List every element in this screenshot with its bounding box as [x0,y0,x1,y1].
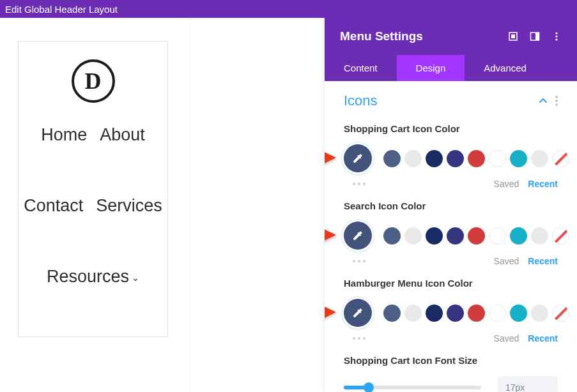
settings-panel: Menu Settings Content Design Advanced Ic… [325,18,577,392]
tab-advanced[interactable]: Advanced [465,55,546,81]
nav-item-resources-label: Resources [47,267,129,286]
expand-icon[interactable] [508,31,518,41]
color-swatch[interactable] [510,227,527,245]
color-swatch[interactable] [383,305,401,322]
saved-colors-link[interactable]: Saved [494,256,519,266]
label-cart-icon-font-size: Shopping Cart Icon Font Size [344,355,558,366]
panel-title: Menu Settings [340,29,423,43]
label-search-icon-color: Search Icon Color [344,200,558,211]
recent-colors-link[interactable]: Recent [528,179,558,189]
section-title-icons[interactable]: Icons [344,93,378,109]
color-swatch[interactable] [383,227,401,245]
color-swatch[interactable] [531,305,548,322]
svg-rect-1 [511,34,515,38]
color-swatch[interactable] [468,305,485,322]
color-swatch[interactable] [383,150,401,167]
color-swatch[interactable] [447,305,464,322]
recent-colors-link[interactable]: Recent [528,256,558,266]
label-hamburger-icon-color: Hamburger Menu Icon Color [344,278,558,289]
font-size-input[interactable]: 17px [498,376,558,392]
tabs: Content Design Advanced [325,55,577,81]
recent-colors-link[interactable]: Recent [528,333,558,343]
section-more-icon[interactable] [555,96,558,106]
callout-1: 1 [325,144,336,171]
more-vertical-icon[interactable] [551,31,562,41]
color-swatch[interactable] [510,150,527,167]
preview-pane: D Home About Contact Services Resources⌄ [0,18,325,392]
saved-colors-link[interactable]: Saved [494,179,519,189]
color-swatch-none[interactable] [552,150,569,167]
more-colors-icon[interactable] [344,183,365,185]
color-swatch[interactable] [404,227,422,245]
svg-point-4 [555,32,557,34]
color-swatch[interactable] [489,305,506,322]
nav-item-services[interactable]: Services [96,196,162,216]
chevron-up-icon[interactable] [539,96,548,105]
color-swatch[interactable] [447,227,464,245]
svg-point-6 [555,38,557,40]
saved-colors-link[interactable]: Saved [494,333,519,343]
tab-design[interactable]: Design [397,55,465,81]
more-colors-icon[interactable] [344,337,365,340]
nav-item-contact[interactable]: Contact [24,196,83,216]
swatch-row-cart: 1 [344,144,558,172]
page-title: Edit Global Header Layout [5,4,118,15]
swatch-row-search: 2 [344,222,558,250]
svg-rect-3 [535,33,539,40]
slider-thumb[interactable] [364,382,374,392]
color-swatch[interactable] [489,227,506,245]
color-swatch[interactable] [447,150,464,167]
color-swatch[interactable] [426,150,443,167]
color-swatch[interactable] [531,150,548,167]
color-swatch[interactable] [426,305,443,322]
callout-2: 2 [325,222,336,248]
color-swatch[interactable] [468,227,485,245]
font-size-slider[interactable] [344,386,481,389]
dock-right-icon[interactable] [530,31,540,41]
eyedropper-button[interactable] [344,222,372,250]
color-swatch[interactable] [404,305,422,322]
chevron-down-icon: ⌄ [132,273,139,283]
nav-item-about[interactable]: About [100,125,145,145]
svg-point-5 [555,35,557,37]
logo-letter: D [85,68,102,94]
color-swatch[interactable] [489,150,506,167]
swatch-row-hamburger: 3 [344,299,558,327]
color-swatch-none[interactable] [552,227,569,245]
callout-3: 3 [325,299,336,326]
header-preview: D Home About Contact Services Resources⌄ [18,41,168,337]
color-swatch-none[interactable] [552,305,569,322]
color-swatch[interactable] [404,150,422,167]
label-cart-icon-color: Shopping Cart Icon Color [344,123,558,134]
color-swatch[interactable] [510,305,527,322]
color-swatch[interactable] [531,227,548,245]
nav-item-home[interactable]: Home [41,125,87,145]
color-swatch[interactable] [468,150,485,167]
eyedropper-button[interactable] [344,299,372,327]
color-swatch[interactable] [426,227,443,245]
more-colors-icon[interactable] [344,260,365,262]
logo[interactable]: D [72,59,115,103]
tab-content[interactable]: Content [325,55,397,81]
nav-item-resources[interactable]: Resources⌄ [47,267,139,287]
eyedropper-button[interactable] [344,144,372,172]
